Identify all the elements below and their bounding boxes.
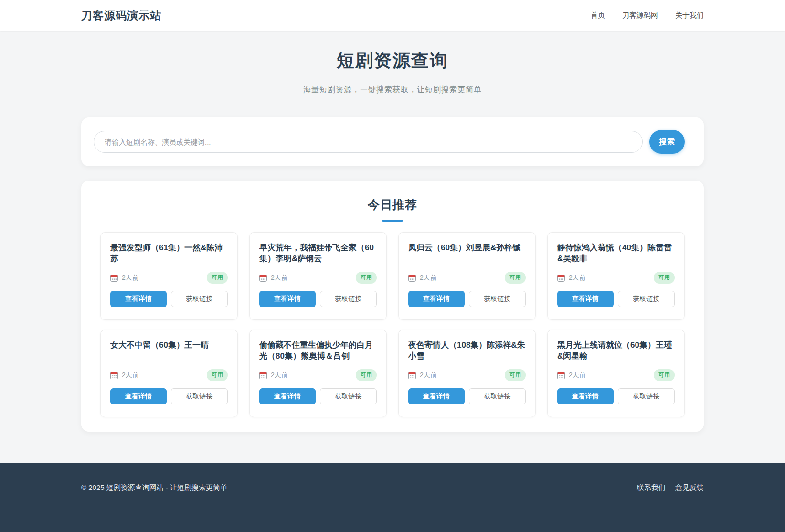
view-detail-button[interactable]: 查看详情 <box>557 291 614 307</box>
resource-card: 偷偷藏不住重生偏执少年的白月光（80集）熊奥博＆吕钊 2天前 可用 查看详情 获… <box>249 330 387 417</box>
resource-title: 凤归云（60集）刘昱展&孙梓铖 <box>408 242 526 264</box>
resource-meta-row: 2天前 可用 <box>259 272 377 284</box>
footer-link-feedback[interactable]: 意见反馈 <box>675 483 704 492</box>
resource-meta-row: 2天前 可用 <box>110 369 228 381</box>
calendar-icon <box>110 372 118 379</box>
resource-card: 女大不中留（60集）王一晴 2天前 可用 查看详情 获取链接 <box>100 330 238 417</box>
resource-card: 最强发型师（61集）一然&陈沛苏 2天前 可用 查看详情 获取链接 <box>100 232 238 320</box>
recommend-panel: 今日推荐 最强发型师（61集）一然&陈沛苏 2天前 可用 查看详情 获取链接 早… <box>81 181 704 432</box>
resource-title: 静待惊鸿入翁慌（40集）陈雷雷&吴毅非 <box>557 242 675 264</box>
view-detail-button[interactable]: 查看详情 <box>110 291 167 307</box>
status-badge: 可用 <box>356 272 377 284</box>
view-detail-button[interactable]: 查看详情 <box>408 388 465 404</box>
resource-updated-time: 2天前 <box>122 274 139 282</box>
resource-meta-row: 2天前 可用 <box>110 272 228 284</box>
nav-item-home[interactable]: 首页 <box>591 11 605 20</box>
resource-title: 偷偷藏不住重生偏执少年的白月光（80集）熊奥博＆吕钊 <box>259 340 377 362</box>
get-link-button[interactable]: 获取链接 <box>171 291 228 307</box>
calendar-icon <box>557 274 565 282</box>
title-underline-decoration <box>382 220 403 222</box>
view-detail-button[interactable]: 查看详情 <box>557 388 614 404</box>
resource-card: 静待惊鸿入翁慌（40集）陈雷雷&吴毅非 2天前 可用 查看详情 获取链接 <box>547 232 685 320</box>
resource-updated-time: 2天前 <box>271 371 288 380</box>
resource-updated-time: 2天前 <box>122 371 139 380</box>
get-link-button[interactable]: 获取链接 <box>618 291 675 307</box>
status-badge: 可用 <box>654 272 675 284</box>
get-link-button[interactable]: 获取链接 <box>171 388 228 404</box>
page-title: 短剧资源查询 <box>81 49 704 73</box>
search-button[interactable]: 搜索 <box>649 130 685 154</box>
page-subtitle: 海量短剧资源，一键搜索获取，让短剧搜索更简单 <box>81 85 704 95</box>
footer-links: 联系我们 意见反馈 <box>637 483 704 492</box>
resource-actions: 查看详情 获取链接 <box>110 388 228 404</box>
resource-actions: 查看详情 获取链接 <box>259 291 377 307</box>
resource-updated-time: 2天前 <box>569 371 586 380</box>
get-link-button[interactable]: 获取链接 <box>469 388 526 404</box>
resource-actions: 查看详情 获取链接 <box>408 291 526 307</box>
resource-actions: 查看详情 获取链接 <box>557 291 675 307</box>
resource-card: 夜色寄情人（108集）陈添祥&朱小雪 2天前 可用 查看详情 获取链接 <box>398 330 536 417</box>
view-detail-button[interactable]: 查看详情 <box>110 388 167 404</box>
status-badge: 可用 <box>207 272 228 284</box>
get-link-button[interactable]: 获取链接 <box>469 291 526 307</box>
get-link-button[interactable]: 获取链接 <box>618 388 675 404</box>
resource-updated-time: 2天前 <box>420 274 437 282</box>
hero-section: 短剧资源查询 海量短剧资源，一键搜索获取，让短剧搜索更简单 <box>81 31 704 95</box>
resource-card-grid: 最强发型师（61集）一然&陈沛苏 2天前 可用 查看详情 获取链接 早灾荒年，我… <box>100 232 685 417</box>
status-badge: 可用 <box>505 272 526 284</box>
resource-meta-row: 2天前 可用 <box>259 369 377 381</box>
site-header: 刀客源码演示站 首页 刀客源码网 关于我们 <box>0 0 785 31</box>
calendar-icon <box>408 274 416 282</box>
main-nav: 首页 刀客源码网 关于我们 <box>591 11 704 20</box>
resource-card: 黑月光上线请就位（60集）王瑾&闵星翰 2天前 可用 查看详情 获取链接 <box>547 330 685 417</box>
resource-card: 早灾荒年，我福娃带飞全家（60集）李明&萨钢云 2天前 可用 查看详情 获取链接 <box>249 232 387 320</box>
resource-updated-time: 2天前 <box>420 371 437 380</box>
status-badge: 可用 <box>207 369 228 381</box>
resource-updated-time: 2天前 <box>271 274 288 282</box>
get-link-button[interactable]: 获取链接 <box>320 388 377 404</box>
search-input[interactable] <box>94 131 643 153</box>
resource-updated-time: 2天前 <box>569 274 586 282</box>
resource-title: 早灾荒年，我福娃带飞全家（60集）李明&萨钢云 <box>259 242 377 264</box>
resource-actions: 查看详情 获取链接 <box>259 388 377 404</box>
resource-meta-row: 2天前 可用 <box>408 272 526 284</box>
site-footer: © 2025 短剧资源查询网站 - 让短剧搜索更简单 联系我们 意见反馈 <box>0 463 785 532</box>
calendar-icon <box>408 372 416 379</box>
footer-link-contact[interactable]: 联系我们 <box>637 483 666 492</box>
site-brand[interactable]: 刀客源码演示站 <box>81 8 161 23</box>
copyright-text: © 2025 短剧资源查询网站 - 让短剧搜索更简单 <box>81 483 227 492</box>
resource-meta-row: 2天前 可用 <box>557 272 675 284</box>
view-detail-button[interactable]: 查看详情 <box>408 291 465 307</box>
resource-actions: 查看详情 获取链接 <box>110 291 228 307</box>
nav-item-daoke-source[interactable]: 刀客源码网 <box>622 11 658 20</box>
calendar-icon <box>110 274 118 282</box>
resource-actions: 查看详情 获取链接 <box>557 388 675 404</box>
resource-actions: 查看详情 获取链接 <box>408 388 526 404</box>
status-badge: 可用 <box>654 369 675 381</box>
calendar-icon <box>259 274 267 282</box>
calendar-icon <box>259 372 267 379</box>
get-link-button[interactable]: 获取链接 <box>320 291 377 307</box>
recommend-title: 今日推荐 <box>100 197 685 213</box>
view-detail-button[interactable]: 查看详情 <box>259 291 316 307</box>
resource-title: 黑月光上线请就位（60集）王瑾&闵星翰 <box>557 340 675 362</box>
calendar-icon <box>557 372 565 379</box>
nav-item-about[interactable]: 关于我们 <box>675 11 704 20</box>
resource-meta-row: 2天前 可用 <box>408 369 526 381</box>
resource-meta-row: 2天前 可用 <box>557 369 675 381</box>
status-badge: 可用 <box>505 369 526 381</box>
resource-title: 最强发型师（61集）一然&陈沛苏 <box>110 242 228 264</box>
resource-title: 夜色寄情人（108集）陈添祥&朱小雪 <box>408 340 526 362</box>
resource-card: 凤归云（60集）刘昱展&孙梓铖 2天前 可用 查看详情 获取链接 <box>398 232 536 320</box>
status-badge: 可用 <box>356 369 377 381</box>
search-panel: 搜索 <box>81 117 704 166</box>
view-detail-button[interactable]: 查看详情 <box>259 388 316 404</box>
resource-title: 女大不中留（60集）王一晴 <box>110 340 228 362</box>
